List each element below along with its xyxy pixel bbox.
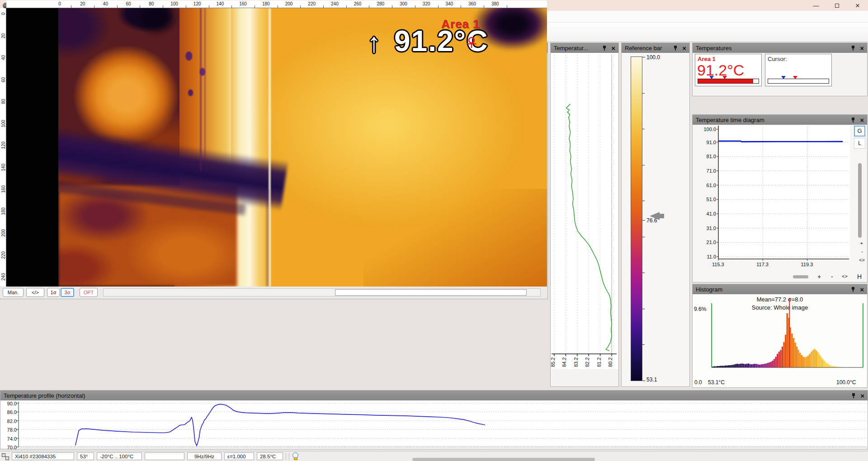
reference-pointer-arrow-icon <box>650 212 660 220</box>
area-1-label: Area 1 <box>441 17 480 31</box>
y-tick-label: 70.0 <box>1 445 17 450</box>
ruler-label: 220 <box>308 1 316 6</box>
y-tick-label: 21.0 <box>698 240 716 245</box>
y-tick-label: 81.0 <box>698 154 716 159</box>
image-hscroll-thumb[interactable] <box>335 289 527 296</box>
ruler-label: 200 <box>285 1 293 6</box>
image-tab-3[interactable]: 3σ <box>61 288 74 297</box>
pin-icon[interactable] <box>673 45 678 51</box>
time-diagram-vscroll-thumb[interactable] <box>858 163 862 238</box>
ruler-label: 200 <box>1 226 6 240</box>
status-ambient-temp: 28.5°C <box>257 452 283 460</box>
ruler-label: 320 <box>423 1 430 6</box>
ruler-label: 140 <box>1 160 6 174</box>
pin-icon[interactable] <box>851 117 856 122</box>
alarm-low-marker[interactable] <box>709 76 714 79</box>
taskbar-sliver <box>412 458 595 461</box>
x-tick-label: 82.2 <box>585 361 590 367</box>
ruler-label: 220 <box>1 248 6 262</box>
close-panel-icon[interactable]: × <box>860 392 864 399</box>
y-tick-label: 74.0 <box>1 436 17 442</box>
histogram-chart: Mean=77.2 σ=8.0 Source: Whole image 9.6%… <box>693 294 867 387</box>
thermal-speckle <box>180 43 214 107</box>
ruler-label: 180 <box>262 1 270 6</box>
alarm-low-marker[interactable] <box>781 76 786 79</box>
ruler-label: 0 <box>58 1 61 6</box>
zoom-out-button[interactable]: - <box>831 273 833 280</box>
image-tab-OPT[interactable]: OPT <box>80 288 98 297</box>
zoom-in-button[interactable]: + <box>860 240 863 246</box>
image-tab-1[interactable]: 1σ <box>47 288 60 297</box>
close-panel-icon[interactable]: × <box>860 117 864 123</box>
ruler-label: 340 <box>446 1 453 6</box>
lightbulb-icon[interactable] <box>292 452 298 460</box>
reference-min-label: 53.1 <box>646 376 657 383</box>
x-tick-label: 83.2 <box>573 361 579 367</box>
y-tick-label: 41.0 <box>698 211 716 216</box>
ruler-label: 260 <box>354 1 362 6</box>
fit-button[interactable]: <> <box>859 257 865 263</box>
ruler-label: 240 <box>1 270 6 284</box>
ruler-label: 160 <box>239 1 247 6</box>
ruler-label: 40 <box>1 51 6 65</box>
temperatures-title: Temperatures <box>696 45 731 52</box>
cursor-range-bar <box>768 79 829 84</box>
histogram-xmax-label: 100.0°C <box>836 379 856 386</box>
pin-icon[interactable] <box>851 393 856 398</box>
thermal-cold-blob-top-left <box>134 8 179 36</box>
reference-max-label: 100.0 <box>646 54 660 61</box>
image-hscroll-track[interactable] <box>103 288 541 296</box>
image-tab-Man[interactable]: Man. <box>3 288 24 297</box>
global-scale-button[interactable]: G <box>854 126 865 136</box>
vertical-profile-chart: 85.284.283.282.281.280.2 <box>551 53 618 369</box>
thermal-black-margin <box>6 8 58 287</box>
y-tick-label: 90.0 <box>1 401 17 406</box>
reference-bar-panel: Reference bar × 100.0 76.6 53.1 <box>621 42 690 387</box>
ruler-label: 360 <box>468 1 476 6</box>
temperatures-header: Temperatures × <box>693 43 867 53</box>
close-panel-icon[interactable]: × <box>682 45 686 52</box>
x-tick-label: 85.2 <box>550 361 556 367</box>
fit-button[interactable]: <> <box>842 273 848 279</box>
close-panel-icon[interactable]: × <box>860 286 864 293</box>
ruler-label: 80 <box>149 1 154 6</box>
reference-bar-header: Reference bar × <box>622 43 689 53</box>
cursor-temperature-box: Cursor: <box>765 54 832 86</box>
close-panel-icon[interactable]: × <box>860 45 864 52</box>
zoom-in-button[interactable]: + <box>817 273 821 280</box>
status-emissivity: ε=1.000 <box>224 452 254 460</box>
hold-button[interactable]: H <box>857 273 862 280</box>
reference-bar-title: Reference bar <box>625 45 662 52</box>
pin-icon[interactable] <box>851 287 856 292</box>
area-temperature-box: Area 1 91.2°C <box>695 54 762 86</box>
thermal-line-1 <box>200 8 202 171</box>
alarm-high-marker[interactable] <box>722 76 727 79</box>
maximize-button[interactable] <box>826 0 847 11</box>
time-diagram-bottom-bar: + - <> H <box>693 272 867 281</box>
minimize-button[interactable]: — <box>806 0 826 11</box>
x-tick-label: 119.3 <box>801 262 813 267</box>
cursor-label: Cursor: <box>765 54 831 62</box>
zoom-out-button[interactable]: - <box>861 249 863 254</box>
image-tab-[interactable]: </> <box>26 288 44 297</box>
status-device: Xi410 #23084335 <box>12 452 74 460</box>
thermal-image[interactable]: ↑ 91.2°C Area 1 <box>6 8 547 287</box>
x-tick-label: 84.2 <box>561 361 567 367</box>
y-tick-label: 51.0 <box>698 197 716 202</box>
close-button[interactable]: ✕ <box>847 0 868 11</box>
area-range-bar <box>698 79 759 84</box>
device-connection-icon <box>2 453 9 460</box>
ruler-vertical: 020406080100120140160180200220240 <box>0 8 6 287</box>
pin-icon[interactable] <box>851 45 856 51</box>
horizontal-profile-header: Temperature profile (horizontal) × <box>0 390 868 400</box>
pin-icon[interactable] <box>602 45 607 51</box>
y-tick-label: 91.0 <box>698 140 716 145</box>
x-tick-label: 115.3 <box>712 262 724 267</box>
hotspot-arrow: ↑ <box>367 27 381 58</box>
alarm-high-marker[interactable] <box>793 76 797 79</box>
time-diagram-hscroll-thumb[interactable] <box>793 275 808 278</box>
close-panel-icon[interactable]: × <box>611 45 615 52</box>
ruler-label: 120 <box>193 1 201 6</box>
ruler-label: 140 <box>217 1 224 6</box>
local-scale-button[interactable]: L <box>854 138 865 149</box>
